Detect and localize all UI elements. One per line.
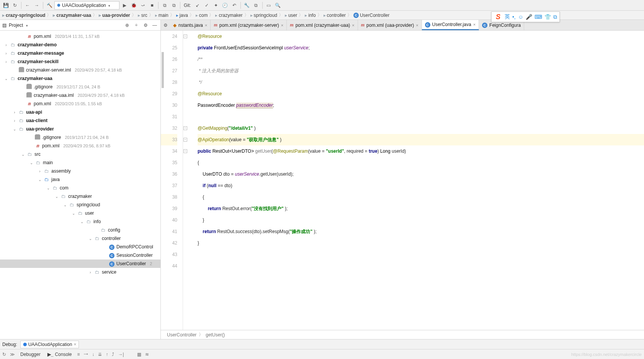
- ime-skin-icon[interactable]: 👕: [544, 14, 551, 20]
- line-number[interactable]: 33: [161, 134, 177, 145]
- close-icon[interactable]: ×: [473, 22, 476, 27]
- tree-node[interactable]: ›🗀crazymaker-message: [0, 49, 160, 57]
- layout-icon[interactable]: ▭: [265, 1, 273, 10]
- git-history-icon[interactable]: 🕘: [221, 1, 229, 10]
- tree-node[interactable]: CSessionController: [0, 251, 160, 259]
- trace-icon[interactable]: ≋: [145, 352, 149, 357]
- editor-tab[interactable]: mpom.xml (uaa-provider)×: [358, 20, 422, 30]
- expand-icon[interactable]: ›: [12, 119, 17, 123]
- tree-node[interactable]: ›🗀service: [0, 268, 160, 276]
- close-icon[interactable]: ×: [74, 342, 76, 347]
- fold-column[interactable]: −−−−: [183, 31, 188, 330]
- evaluate-icon[interactable]: ▦: [137, 352, 141, 357]
- expand-icon[interactable]: ⌄: [54, 194, 59, 199]
- tree-node[interactable]: ⌄🗀springcloud: [0, 201, 160, 209]
- expand-icon[interactable]: ⌄: [80, 220, 84, 224]
- line-number[interactable]: 42: [161, 237, 177, 249]
- editor-tab[interactable]: CUserController.java×: [422, 20, 479, 30]
- tree-node[interactable]: .gitignore2019/12/17 21:04, 24 B: [0, 83, 160, 91]
- tree-node[interactable]: CDemoRPCControl: [0, 243, 160, 251]
- line-number[interactable]: 31: [161, 111, 177, 122]
- line-number[interactable]: 24: [161, 31, 177, 42]
- line-number[interactable]: 29: [161, 88, 177, 100]
- tree-node[interactable]: ⌄🗀info: [0, 217, 160, 226]
- crumb-item[interactable]: ▸com: [196, 13, 208, 18]
- select-opened-icon[interactable]: ⊕: [124, 23, 131, 28]
- step-out-icon[interactable]: ↑: [106, 352, 108, 357]
- code-line[interactable]: @Resource: [198, 88, 644, 100]
- tree-node[interactable]: ›🗀uaa-api: [0, 108, 160, 116]
- close-icon[interactable]: ×: [205, 23, 207, 28]
- fold-icon[interactable]: −: [183, 138, 187, 142]
- expand-icon[interactable]: ⌄: [63, 203, 67, 207]
- code-line[interactable]: @Resource: [198, 31, 644, 42]
- code-line[interactable]: [198, 111, 644, 122]
- hide-icon[interactable]: —: [151, 23, 158, 28]
- ime-emoji-icon[interactable]: ☺: [518, 14, 523, 20]
- close-icon[interactable]: ×: [352, 23, 354, 28]
- git-rollback-icon[interactable]: ↶: [230, 1, 239, 10]
- code-line[interactable]: */: [198, 77, 644, 88]
- crumb-item[interactable]: ▸info: [305, 13, 315, 18]
- editor-tab[interactable]: mpom.xml (crazymaker-server)×: [211, 20, 287, 30]
- run-config-dropdown[interactable]: ⬢ UAACloudApplication: [54, 1, 119, 10]
- save-icon[interactable]: 💾: [2, 1, 10, 10]
- line-number[interactable]: 36: [161, 168, 177, 180]
- crumb-method[interactable]: getUser(): [206, 332, 225, 338]
- debug-config-tab[interactable]: ⬢ UAACloudApplication ×: [20, 341, 79, 348]
- tree-node[interactable]: ›🗀assembly: [0, 167, 160, 175]
- tree-node[interactable]: .gitignore2019/12/17 21:04, 24 B: [0, 133, 160, 142]
- ime-punct-icon[interactable]: •,: [512, 14, 516, 20]
- code-line[interactable]: @ApiOperation(value = "获取用户信息" ): [198, 134, 644, 145]
- project-title[interactable]: Project: [9, 23, 23, 28]
- fold-icon[interactable]: −: [183, 149, 187, 153]
- crumb-item[interactable]: ▸crazymaker: [215, 13, 242, 18]
- close-icon[interactable]: ×: [281, 23, 283, 28]
- debug-icon[interactable]: 🐞: [129, 1, 138, 10]
- expand-icon[interactable]: ⌄: [4, 77, 8, 81]
- chevron-down-icon[interactable]: [25, 23, 28, 28]
- expand-icon[interactable]: ⌄: [12, 127, 17, 131]
- close-icon[interactable]: ×: [416, 23, 418, 28]
- line-number[interactable]: 38: [161, 191, 177, 203]
- editor-tab[interactable]: mpom.xml (crazymaker-uaa)×: [287, 20, 358, 30]
- tree-node[interactable]: ⌄🗀user: [0, 209, 160, 217]
- code-line[interactable]: PasswordEncoder passwordEncoder;: [198, 100, 644, 111]
- drop-frame-icon[interactable]: ⤴: [112, 352, 114, 357]
- stop-icon[interactable]: ■: [148, 1, 156, 10]
- attach-icon[interactable]: ⧉: [170, 1, 178, 10]
- tree-node[interactable]: ›🗀crazymaker-seckill: [0, 57, 160, 66]
- tree-node[interactable]: ⌄🗀src: [0, 150, 160, 158]
- build-icon[interactable]: 🔨: [45, 1, 54, 10]
- fold-icon[interactable]: −: [183, 126, 187, 130]
- git-compare-icon[interactable]: ✦: [212, 1, 220, 10]
- code-line[interactable]: /**: [198, 54, 644, 65]
- tree-node[interactable]: mpom.xml2020/1/4 11:31, 1.57 kB: [0, 32, 160, 41]
- crumb-item[interactable]: ▸main: [155, 13, 168, 18]
- tree-node[interactable]: crazymaker-server.iml2020/4/29 20:57, 4.…: [0, 66, 160, 74]
- back-icon[interactable]: ←: [23, 1, 32, 10]
- expand-icon[interactable]: ›: [12, 110, 17, 114]
- crumb-item[interactable]: ▸crazy-springcloud: [2, 13, 45, 18]
- tab-debugger[interactable]: Debugger: [19, 352, 42, 357]
- tree-node[interactable]: ›🗀crazymaker-demo: [0, 41, 160, 49]
- crumb-item[interactable]: ▸crazymaker-uaa: [53, 13, 91, 18]
- restart-icon[interactable]: ↻: [2, 352, 6, 357]
- line-number[interactable]: 37: [161, 180, 177, 191]
- ime-lang-icon[interactable]: 英: [505, 13, 510, 20]
- threads-icon[interactable]: ≡: [77, 352, 80, 357]
- tab-gear-icon[interactable]: ⚙: [161, 23, 170, 28]
- tree-node[interactable]: mpom.xml2020/4/29 20:56, 8.97 kB: [0, 142, 160, 150]
- tree-node[interactable]: mpom.xml2020/2/20 15:05, 1.55 kB: [0, 100, 160, 108]
- tree-node[interactable]: ⌄🗀java: [0, 175, 160, 184]
- tree-node[interactable]: ⌄🗀crazymaker-uaa: [0, 74, 160, 83]
- line-number[interactable]: 44: [161, 260, 177, 272]
- gear-icon[interactable]: ⚙: [142, 23, 149, 28]
- crumb-item[interactable]: ▸user: [285, 13, 297, 18]
- editor-breadcrumb[interactable]: UserController 〉 getUser(): [161, 330, 644, 339]
- crumb-item[interactable]: ▸uaa-provider: [99, 13, 130, 18]
- wrench-icon[interactable]: 🔧: [243, 1, 251, 10]
- code-line[interactable]: return RestOut.error("没有找到用户" );: [198, 203, 644, 214]
- git-commit-icon[interactable]: ✓: [203, 1, 211, 10]
- ime-toolbar[interactable]: S 英 •, ☺ 🎤 ⌨ 👕 ⧉: [491, 11, 560, 22]
